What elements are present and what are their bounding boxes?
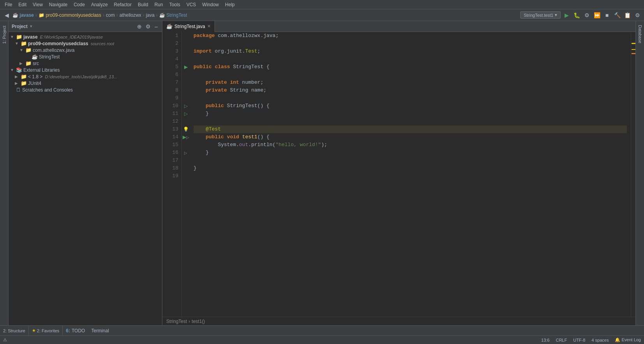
menu-vcs[interactable]: VCS <box>183 1 199 8</box>
arrow-external-libs: ▼ <box>10 68 15 72</box>
breadcrumb-pro09[interactable]: 📁 pro09-commonlyusedclass <box>39 12 101 18</box>
java-icon-stringtest: ☕ <box>32 54 38 60</box>
menu-file[interactable]: File <box>2 1 15 8</box>
scrollbar-panel[interactable] <box>631 32 635 317</box>
arrow-com: ▼ <box>19 48 24 52</box>
breadcrumb-stringtest[interactable]: ☕ StringTest <box>159 12 187 18</box>
bottom-area: 2: Structure ★ 2: Favorites 6: TODO Term… <box>0 325 644 344</box>
tree-item-junit4[interactable]: ▶ 📁 JUnit4 <box>9 80 162 86</box>
settings-button[interactable]: ⚙ <box>633 11 642 19</box>
line-num-12: 12 <box>164 118 178 125</box>
tree-item-src[interactable]: ▶ 📁 src <box>9 60 162 67</box>
status-encoding[interactable]: UTF-8 <box>573 338 585 342</box>
gutter-7 <box>182 79 190 86</box>
tab-close-stringtest[interactable]: ✕ <box>207 24 211 29</box>
nav-back-button[interactable]: ◀ <box>2 11 11 19</box>
editor-area: ☕ StringTest.java ✕ 1 2 3 4 5 6 7 8 9 10… <box>162 21 635 325</box>
gutter-13[interactable]: 💡 <box>182 125 190 133</box>
gutter-17 <box>182 157 190 164</box>
debug-button[interactable]: 🐛 <box>572 11 581 19</box>
side-structure-tab[interactable]: 2: Structure <box>0 326 29 335</box>
run-icon-11: ▷ <box>184 111 188 116</box>
run-button[interactable]: ▶ <box>562 11 571 19</box>
status-warnings[interactable]: ⚠ <box>3 337 7 342</box>
tab-project[interactable]: 1: Project <box>1 23 8 47</box>
tab-database[interactable]: Database <box>636 21 644 47</box>
run-config-dropdown-icon: ▾ <box>555 12 557 18</box>
bottom-tab-todo[interactable]: 6: TODO <box>63 327 88 334</box>
gutter-3 <box>182 48 190 55</box>
project-scope-btn[interactable]: ⊕ <box>136 23 143 30</box>
gutter-5[interactable]: ▶ <box>182 63 190 71</box>
tree-item-javase[interactable]: ▼ 📁 javase E:\WorkSpace_IDEA2019\javase <box>9 34 162 40</box>
menu-run[interactable]: Run <box>151 1 166 8</box>
status-line-ending[interactable]: CRLF <box>556 338 567 342</box>
profile-button[interactable]: ⏩ <box>593 11 601 19</box>
bottom-tab-terminal[interactable]: Terminal <box>88 327 112 334</box>
editor-tab-stringtest[interactable]: ☕ StringTest.java ✕ <box>162 21 215 32</box>
code-line-2 <box>194 40 627 48</box>
tree-item-scratches[interactable]: 🗒 Scratches and Consoles <box>9 86 162 93</box>
status-indent[interactable]: 4 spaces <box>591 338 609 342</box>
folder-icon-jdk: 📁 <box>21 74 27 79</box>
folder-icon-pro09: 📁 <box>21 41 27 46</box>
status-event-log[interactable]: 🔔 Event Log <box>615 337 641 342</box>
side-favorites-tab[interactable]: ★ 2: Favorites <box>29 326 63 335</box>
favorites-icon: ★ <box>32 328 36 333</box>
sdk-setup-button[interactable]: 📋 <box>623 11 632 19</box>
menu-code[interactable]: Code <box>70 1 88 8</box>
menu-navigate[interactable]: Navigate <box>46 1 70 8</box>
tree-item-stringtest[interactable]: ☕ StringTest <box>9 53 162 60</box>
scroll-marker-orange <box>632 53 635 54</box>
menu-refactor[interactable]: Refactor <box>111 1 135 8</box>
gutter-11[interactable]: ▷ <box>182 110 190 118</box>
run-config-label: StringTest.test1 <box>524 13 553 18</box>
run-icon-14: ▶ <box>183 134 186 140</box>
project-dropdown-icon[interactable]: ▾ <box>30 24 32 29</box>
breadcrumb-test1-method: test1() <box>192 319 205 324</box>
run-config-selector[interactable]: StringTest.test1 ▾ <box>520 11 561 19</box>
menu-window[interactable]: Window <box>199 1 222 8</box>
todo-tab-label: TODO <box>72 328 85 333</box>
gutter-10[interactable]: ▷ <box>182 102 190 110</box>
gutter-icons: ▶ ▷ ▷ 💡 ▶▷ ▷ <box>182 32 190 317</box>
breadcrumb-javase[interactable]: ☕ javase <box>12 12 34 18</box>
menu-edit[interactable]: Edit <box>15 1 30 8</box>
menu-build[interactable]: Build <box>135 1 151 8</box>
label-jdk-path: D:\developer_tools\Java\jdk\jdk8_13... <box>45 74 117 79</box>
line-num-1: 1 <box>164 32 178 40</box>
menu-view[interactable]: View <box>30 1 46 8</box>
breadcrumb-com[interactable]: com <box>106 12 115 18</box>
code-line-8: private String name; <box>194 86 627 94</box>
line-num-8: 8 <box>164 86 178 94</box>
project-panel-header: Project ▾ ⊕ ⚙ – <box>9 21 162 32</box>
build-project-button[interactable]: 🔨 <box>613 11 621 19</box>
breadcrumb-stringtest-class: StringTest <box>166 319 187 324</box>
menu-analyze[interactable]: Analyze <box>88 1 111 8</box>
breadcrumb-athellozwx[interactable]: athellozwx <box>120 12 141 18</box>
line-num-2: 2 <box>164 40 178 48</box>
code-line-6 <box>194 71 627 79</box>
code-line-3: import org.junit.Test; <box>194 48 627 55</box>
tree-item-pro09[interactable]: ▼ 📁 pro09-commonlyusedclass sources root <box>9 40 162 47</box>
code-line-10: public StringTest() { <box>194 102 627 110</box>
status-bar: ⚠ 13:6 CRLF UTF-8 4 spaces 🔔 Event Log <box>0 335 644 344</box>
line-num-6: 6 <box>164 71 178 79</box>
label-junit4: JUnit4 <box>28 81 41 86</box>
code-editor: 1 2 3 4 5 6 7 8 9 10 11 12 13 14 15 16 1… <box>162 32 635 317</box>
code-content[interactable]: package com.athellozwx.java; import org.… <box>190 32 631 317</box>
menu-help[interactable]: Help <box>222 1 238 8</box>
folder-icon-src: 📁 <box>25 60 32 66</box>
menu-tools[interactable]: Tools <box>166 1 183 8</box>
coverage-button[interactable]: ⚙ <box>582 11 591 19</box>
breadcrumb-java[interactable]: java <box>146 12 155 18</box>
project-gear-btn[interactable]: ⚙ <box>144 23 152 30</box>
stop-button[interactable]: ■ <box>603 11 611 19</box>
tree-item-jdk[interactable]: ▶ 📁 < 1.8 > D:\developer_tools\Java\jdk\… <box>9 73 162 80</box>
gutter-16[interactable]: ▷ <box>182 149 190 157</box>
tree-item-external-libs[interactable]: ▼ 📚 External Libraries <box>9 67 162 73</box>
gutter-14[interactable]: ▶▷ <box>182 133 190 141</box>
status-position[interactable]: 13:6 <box>541 338 549 342</box>
project-minimize-btn[interactable]: – <box>153 23 159 30</box>
tree-item-com[interactable]: ▼ 📁 com.athellozwx.java <box>9 47 162 53</box>
